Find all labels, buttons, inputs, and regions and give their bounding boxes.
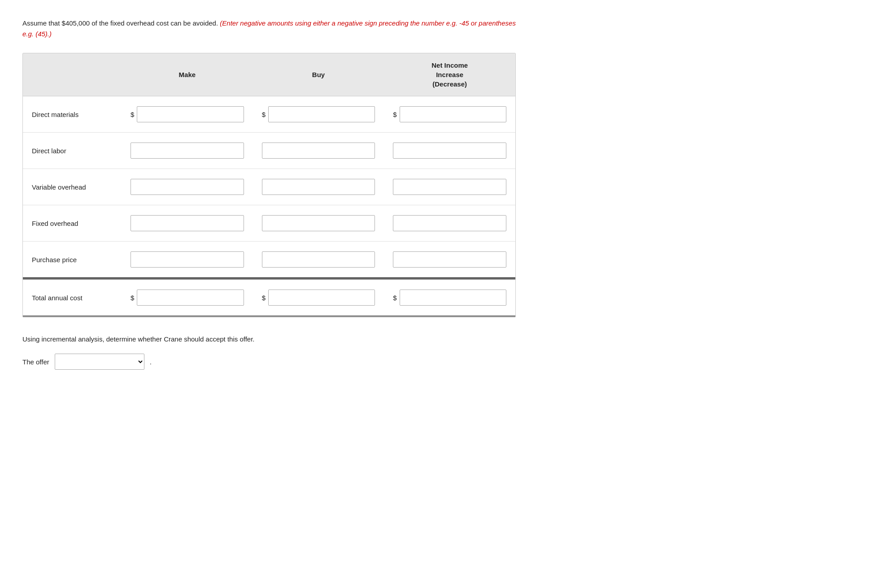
total-row: Total annual cost $ $ $: [23, 278, 515, 317]
total-buy-input[interactable]: [268, 290, 375, 306]
direct-materials-buy-input[interactable]: [268, 106, 375, 122]
row-label-variable-overhead: Variable overhead: [23, 180, 122, 195]
table-row: Purchase price: [23, 242, 515, 278]
purchase-price-make-cell: [122, 248, 253, 271]
incremental-analysis-text: Using incremental analysis, determine wh…: [22, 335, 516, 343]
header-make-col: Make: [122, 53, 253, 96]
row-label-purchase-price: Purchase price: [23, 252, 122, 267]
variable-overhead-make-input[interactable]: [131, 179, 244, 195]
offer-row: The offer should be accepted should be r…: [22, 354, 516, 370]
table-row: Variable overhead: [23, 169, 515, 205]
total-make-cell: $: [122, 286, 253, 309]
dollar-sign: $: [262, 294, 266, 302]
variable-overhead-net-input[interactable]: [393, 179, 506, 195]
dollar-sign: $: [131, 294, 134, 302]
direct-labor-buy-cell: [253, 139, 384, 162]
offer-label: The offer: [22, 358, 49, 366]
row-label-direct-materials: Direct materials: [23, 107, 122, 122]
total-net-cell: $: [384, 286, 515, 309]
purchase-price-net-cell: [384, 248, 515, 271]
fixed-overhead-buy-input[interactable]: [262, 215, 375, 231]
table-row: Direct labor: [23, 133, 515, 169]
dollar-sign: $: [131, 111, 134, 118]
direct-labor-net-cell: [384, 139, 515, 162]
period-dot: .: [150, 358, 152, 366]
fixed-overhead-make-input[interactable]: [131, 215, 244, 231]
table-row: Fixed overhead: [23, 205, 515, 242]
purchase-price-make-input[interactable]: [131, 251, 244, 268]
offer-select[interactable]: should be accepted should be rejected: [55, 354, 144, 370]
header-net-income-col: Net Income Increase (Decrease): [384, 53, 515, 96]
header-label-col: [23, 53, 122, 96]
dollar-sign: $: [393, 111, 396, 118]
total-net-input[interactable]: [400, 290, 506, 306]
dollar-sign: $: [262, 111, 266, 118]
total-make-input[interactable]: [137, 290, 244, 306]
direct-materials-buy-cell: $: [253, 103, 384, 126]
fixed-overhead-buy-cell: [253, 212, 384, 235]
intro-main: Assume that $405,000 of the fixed overhe…: [22, 19, 218, 27]
direct-materials-net-input[interactable]: [400, 106, 506, 122]
variable-overhead-buy-cell: [253, 175, 384, 199]
direct-materials-net-cell: $: [384, 103, 515, 126]
main-table: Make Buy Net Income Increase (Decrease) …: [22, 53, 516, 317]
fixed-overhead-net-input[interactable]: [393, 215, 506, 231]
table-header: Make Buy Net Income Increase (Decrease): [23, 53, 515, 96]
purchase-price-net-input[interactable]: [393, 251, 506, 268]
header-buy-col: Buy: [253, 53, 384, 96]
variable-overhead-net-cell: [384, 175, 515, 199]
dollar-sign: $: [393, 294, 396, 302]
direct-labor-make-input[interactable]: [131, 143, 244, 159]
row-label-direct-labor: Direct labor: [23, 143, 122, 158]
bottom-section: Using incremental analysis, determine wh…: [22, 335, 516, 370]
direct-materials-make-input[interactable]: [137, 106, 244, 122]
direct-labor-make-cell: [122, 139, 253, 162]
variable-overhead-make-cell: [122, 175, 253, 199]
fixed-overhead-make-cell: [122, 212, 253, 235]
row-label-total: Total annual cost: [23, 290, 122, 305]
intro-text: Assume that $405,000 of the fixed overhe…: [22, 18, 516, 39]
variable-overhead-buy-input[interactable]: [262, 179, 375, 195]
purchase-price-buy-input[interactable]: [262, 251, 375, 268]
fixed-overhead-net-cell: [384, 212, 515, 235]
table-row: Direct materials $ $ $: [23, 96, 515, 133]
row-label-fixed-overhead: Fixed overhead: [23, 216, 122, 231]
direct-materials-make-cell: $: [122, 103, 253, 126]
purchase-price-buy-cell: [253, 248, 384, 271]
direct-labor-buy-input[interactable]: [262, 143, 375, 159]
total-buy-cell: $: [253, 286, 384, 309]
direct-labor-net-input[interactable]: [393, 143, 506, 159]
